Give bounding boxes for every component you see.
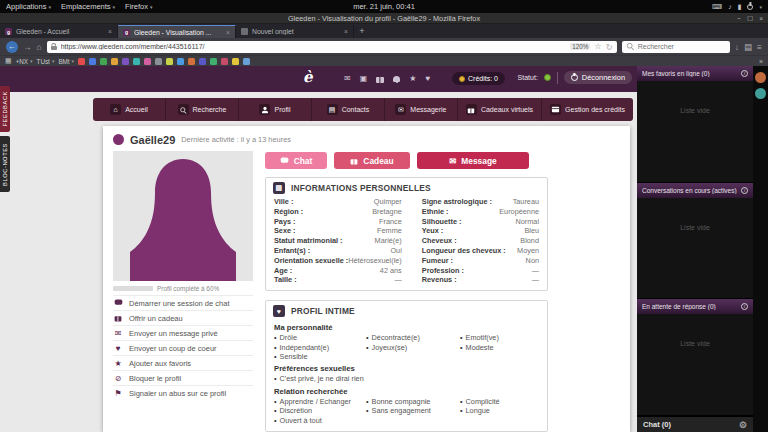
sidebar-header-favorites[interactable]: Mes favoris en ligne (0) i [637,66,753,81]
favorites-icon[interactable]: ★ [409,74,416,83]
home-button[interactable]: ⌂ [37,42,42,52]
action-report-abuse[interactable]: ⚑ Signaler un abus sur ce profil [113,385,253,400]
bookmark-favicon[interactable] [210,58,217,65]
bookmarks-grid-icon[interactable]: ▦ [5,57,12,65]
relation-item: Complicité [460,397,539,406]
firefox-menu[interactable]: Firefox ▾ [125,2,152,11]
tab-close-icon[interactable]: × [108,28,112,35]
action-block-profile[interactable]: ⊘ Bloquer le profil [113,370,253,385]
info-icon[interactable]: i [741,303,748,310]
browser-tab-visualisation[interactable]: g Gleeden - Visualisation ... × [118,25,236,38]
nav-tab-contacts[interactable]: ▤ Contacts [312,98,385,121]
bookmark-favicon[interactable] [100,58,107,65]
browser-tab-accueil[interactable]: g Gleeden - Accueil × [0,25,118,38]
browser-tab-nouvel-onglet[interactable]: Nouvel onglet × [236,25,354,38]
reload-icon[interactable]: ↻ [606,42,613,52]
profile-photo-silhouette[interactable] [113,151,253,281]
bookmark-favicon[interactable] [122,58,129,65]
bookmark-favicon[interactable] [221,58,228,65]
gifts-icon[interactable] [376,75,384,83]
bookmark-folder[interactable]: TUst ▾ [37,58,55,65]
battery-icon[interactable]: ▮ [738,3,742,11]
bookmark-favicon[interactable] [232,58,239,65]
gleeden-logo[interactable]: è [303,68,313,86]
applications-menu[interactable]: Applications ▾ [6,2,51,11]
gear-icon[interactable]: ⚙ [739,420,747,430]
keyboard-icon[interactable]: ⌨ [712,3,722,11]
url-bar[interactable]: 120% ☆ ↻ [47,41,617,53]
message-button[interactable]: ✉ Message [417,152,529,169]
minimize-button[interactable]: − [737,15,741,22]
feedback-edge-tab[interactable]: FEEDBACK [0,86,10,132]
downloads-icon[interactable]: ↓ [735,42,739,52]
profile-left-column: Profil complété à 60% Démarrer une sessi… [113,151,253,432]
bookmark-favicon[interactable] [177,58,184,65]
bookmark-favicon[interactable] [166,58,173,65]
places-menu[interactable]: Emplacements ▾ [61,2,115,11]
search-input[interactable] [638,43,726,50]
photos-icon[interactable]: ▣ [360,74,368,83]
chat-button[interactable]: Chat [265,152,327,169]
action-start-chat[interactable]: Démarrer une session de chat [113,295,253,310]
bloc-notes-edge-tab[interactable]: BLOC-NOTES [0,136,10,192]
messages-icon[interactable]: ✉ [344,74,351,83]
tab-close-icon[interactable]: × [226,29,230,36]
sidebar-header-pending[interactable]: En attente de réponse (0) i [637,299,753,314]
forward-button[interactable]: → [23,42,32,52]
chat-bar[interactable]: Chat (0) ⚙ [637,416,753,432]
action-send-crush[interactable]: ♥ Envoyer un coup de coeur [113,340,253,355]
menu-icon[interactable]: ≡ [757,42,762,52]
preferences-item: C'est privé, je ne dirai rien [274,374,539,383]
logout-button[interactable]: Déconnexion [564,71,632,84]
nav-tab-profil[interactable]: Profil [239,98,312,121]
tab-close-icon[interactable]: × [344,28,348,35]
bookmark-favicon[interactable] [199,58,206,65]
nav-tab-cadeaux[interactable]: Cadeaux virtuels [458,98,542,121]
volume-icon[interactable]: ♪ [728,3,732,10]
info-icon[interactable]: i [741,187,748,194]
bookmarks-overflow-icon[interactable]: » [759,58,763,65]
close-button[interactable]: × [759,15,763,22]
crushes-icon[interactable]: ♥ [425,74,430,83]
bookmark-favicon[interactable] [155,58,162,65]
gift-icon [113,314,123,322]
nav-tab-accueil[interactable]: ⌂ Accueil [93,98,166,121]
relation-item: Discrétion [274,406,366,415]
chevron-down-icon[interactable]: ▾ [759,4,762,10]
bookmark-favicon[interactable] [89,58,96,65]
bookmark-star-icon[interactable]: ☆ [594,42,601,51]
new-tab-button[interactable]: + [354,25,370,38]
bookmark-favicon[interactable] [78,58,85,65]
clock[interactable]: mer. 21 juin, 00:41 [353,2,415,11]
credits-button[interactable]: Crédits: 0 [452,72,505,85]
bookmark-folder[interactable]: +NX ▾ [16,58,33,65]
info-icon[interactable]: i [741,70,748,77]
status-online-indicator[interactable] [544,74,551,81]
bookmark-favicon[interactable] [133,58,140,65]
action-send-private-message[interactable]: ✉ Envoyer un message privé [113,325,253,340]
bookmark-favicon[interactable] [111,58,118,65]
bookmark-favicon[interactable] [188,58,195,65]
back-button[interactable]: ← [6,41,18,53]
zoom-indicator[interactable]: 120% [570,43,590,50]
action-add-favorites[interactable]: ★ Ajouter aux favoris [113,355,253,370]
system-tray[interactable]: ⌨ ♪ ▮ ▾ [712,3,762,11]
notifications-icon[interactable] [393,76,400,82]
nav-tab-recherche[interactable]: Recherche [166,98,239,121]
bookmark-folder[interactable]: BMt ▾ [58,58,74,65]
nav-tab-gestion-credits[interactable]: Gestion des crédits [542,98,633,121]
bookmark-favicon[interactable] [144,58,151,65]
url-input[interactable] [61,43,567,50]
maximize-button[interactable]: ▢ [747,14,753,22]
floating-widget-icon-2[interactable] [755,88,766,99]
search-bar[interactable] [622,41,730,53]
bookmark-label: BMt [58,58,69,65]
library-icon[interactable]: ▤ [744,42,752,52]
gift-button[interactable]: Cadeau [334,152,410,169]
action-offer-gift[interactable]: Offrir un cadeau [113,310,253,325]
sidebar-header-conversations[interactable]: Conversations en cours (actives) (0) i [637,183,753,198]
power-icon[interactable] [747,4,753,10]
nav-tab-messagerie[interactable]: ✉ Messagerie [385,98,458,121]
floating-widget-icon-1[interactable] [755,72,766,83]
bookmark-favicon[interactable] [243,58,250,65]
